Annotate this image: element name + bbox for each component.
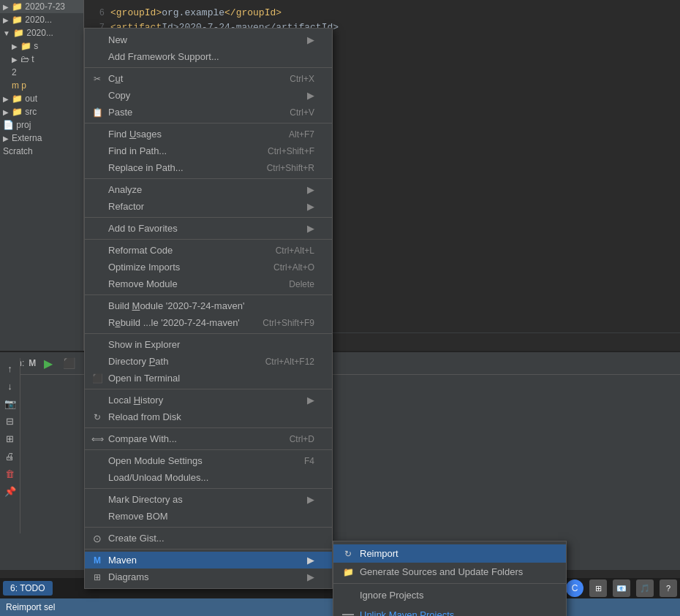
menu-item-label: Refactor (108, 201, 144, 212)
submenu-arrow: ▶ (307, 184, 314, 195)
menu-item-label: Diagrams (108, 571, 149, 582)
sidebar-item-mp[interactable]: m p (0, 79, 83, 92)
menu-item-label: Show in Explorer (108, 339, 180, 350)
taskbar-icon-4[interactable]: 🎵 (636, 579, 654, 597)
menu-item-find-usages[interactable]: Find Usages Alt+F7 (85, 126, 332, 142)
shortcut-label: F4 (304, 456, 314, 466)
delete-icon[interactable]: 🗑 (3, 466, 18, 481)
menu-item-refactor[interactable]: Refactor ▶ (85, 198, 332, 215)
sidebar-label: 📁 2020... (13, 28, 53, 38)
shortcut-label: Ctrl+D (290, 434, 314, 444)
sidebar-item-s[interactable]: ▶ 📁 s (0, 39, 83, 53)
table-icon[interactable]: ⊟ (3, 414, 18, 428)
menu-item-add-framework[interactable]: Add Framework Support... (85, 48, 332, 65)
shortcut-label: Ctrl+Shift+R (267, 163, 314, 173)
menu-item-directory-path[interactable]: Directory Path Ctrl+Alt+F12 (85, 353, 332, 370)
sidebar-item-2020-7-23[interactable]: ▶ 📁 2020-7-23 (0, 0, 83, 13)
menu-item-diagrams[interactable]: ⊞ Diagrams ▶ (85, 569, 332, 585)
menu-item-label: Reload from Disk (108, 411, 181, 422)
menu-item-compare[interactable]: ⟺ Compare With... Ctrl+D (85, 430, 332, 447)
menu-item-remove-module[interactable]: Remove Module Delete (85, 275, 332, 292)
menu-item-label: Remove BOM (108, 511, 168, 522)
reimport-icon: ↻ (342, 549, 354, 559)
run-stop-button[interactable]: ⬛ (61, 355, 77, 371)
menu-item-label: Find Usages (108, 129, 162, 140)
separator (85, 427, 332, 428)
menu-item-label: Copy (108, 90, 130, 101)
sidebar-item-externa[interactable]: ▶ Externa (0, 132, 83, 145)
line-number: 6 (90, 6, 105, 20)
camera-icon[interactable]: 📷 (3, 396, 18, 411)
folder-icon: ▶ (3, 134, 9, 142)
menu-item-optimize[interactable]: Optimize Imports Ctrl+Alt+O (85, 259, 332, 275)
menu-item-label: Remove Module (108, 278, 178, 289)
pin-icon[interactable]: 📌 (3, 484, 18, 498)
submenu-arrow: ▶ (307, 555, 314, 566)
menu-item-module-settings[interactable]: Open Module Settings F4 (85, 452, 332, 469)
run-tab-label: M (29, 358, 36, 368)
menu-item-rebuild[interactable]: Rebuild ...le '2020-7-24-maven' Ctrl+Shi… (85, 314, 332, 331)
menu-item-mark-dir[interactable]: Mark Directory as ▶ (85, 491, 332, 508)
separator (333, 583, 566, 584)
submenu-arrow: ▶ (307, 571, 314, 582)
shortcut-label: Ctrl+Alt+L (276, 246, 314, 256)
taskbar-icon-3[interactable]: 📧 (613, 579, 630, 597)
menu-item-label: Mark Directory as (108, 494, 183, 505)
import-icon[interactable]: ⊞ (3, 431, 18, 446)
sidebar-label: m p (12, 80, 26, 91)
menu-item-remove-bom[interactable]: Remove BOM (85, 508, 332, 525)
sidebar-item-out[interactable]: ▶ 📁 out (0, 92, 83, 105)
menu-item-load-unload[interactable]: Load/Unload Modules... (85, 469, 332, 486)
submenu-item-unlink[interactable]: — Unlink Maven Projects (333, 604, 566, 616)
run-play-button[interactable]: ▶ (40, 355, 56, 371)
menu-item-reformat[interactable]: Reformat Code Ctrl+Alt+L (85, 242, 332, 259)
generate-icon: 📁 (342, 567, 354, 577)
scroll-up-icon[interactable]: ↑ (3, 361, 18, 376)
menu-item-show-explorer[interactable]: Show in Explorer (85, 336, 332, 353)
menu-item-replace-path[interactable]: Replace in Path... Ctrl+Shift+R (85, 159, 332, 176)
submenu-arrow: ▶ (307, 201, 314, 212)
menu-item-maven[interactable]: M Maven ▶ (85, 552, 332, 569)
menu-item-terminal[interactable]: ⬛ Open in Terminal (85, 370, 332, 387)
menu-item-label: Replace in Path... (108, 162, 184, 173)
code-line-6: 6 <groupId>org.example</groupId> (90, 6, 674, 20)
sidebar-item-2020-1[interactable]: ▶ 📁 2020... (0, 13, 83, 26)
menu-item-paste[interactable]: 📋 Paste Ctrl+V (85, 104, 332, 121)
sidebar-item-2020-2[interactable]: ▼ 📁 2020... (0, 26, 83, 39)
print-icon[interactable]: 🖨 (3, 449, 18, 463)
menu-item-create-gist[interactable]: ⊙ Create Gist... (85, 530, 332, 547)
taskbar-todo-button[interactable]: 6: TODO (3, 581, 53, 596)
menu-item-copy[interactable]: Copy ▶ (85, 87, 332, 104)
menu-item-local-history[interactable]: Local History ▶ (85, 392, 332, 408)
menu-item-analyze[interactable]: Analyze ▶ (85, 181, 332, 198)
shortcut-label: Delete (289, 279, 314, 289)
context-menu: New ▶ Add Framework Support... ✂ Cut Ctr… (84, 28, 333, 589)
menu-item-favorites[interactable]: Add to Favorites ▶ (85, 220, 332, 237)
menu-item-cut[interactable]: ✂ Cut Ctrl+X (85, 70, 332, 87)
submenu-item-label: Unlink Maven Projects (360, 609, 454, 617)
sidebar-label: 📁 2020... (12, 15, 52, 25)
sidebar-item-src[interactable]: ▶ 📁 src (0, 105, 83, 118)
submenu-arrow: ▶ (307, 223, 314, 234)
sidebar-item-t[interactable]: ▶ 🗁 t (0, 53, 83, 66)
submenu-item-ignore[interactable]: Ignore Projects (333, 586, 566, 604)
menu-item-label: Directory Path (108, 356, 168, 367)
folder-icon: ▼ (3, 29, 10, 37)
sidebar-item-scratch[interactable]: Scratch (0, 145, 83, 158)
scroll-down-icon[interactable]: ↓ (3, 379, 18, 393)
separator (85, 67, 332, 68)
sidebar-item-proj[interactable]: 📄 proj (0, 118, 83, 132)
menu-item-reload[interactable]: ↻ Reload from Disk (85, 408, 332, 425)
submenu-item-generate[interactable]: 📁 Generate Sources and Update Folders (333, 563, 566, 581)
menu-item-find-path[interactable]: Find in Path... Ctrl+Shift+F (85, 142, 332, 159)
taskbar-icon-2[interactable]: ⊞ (589, 579, 607, 597)
taskbar-icon-5[interactable]: ? (660, 579, 677, 597)
sidebar-label: 📁 src (12, 107, 37, 117)
submenu-item-reimport[interactable]: ↻ Reimport (333, 544, 566, 563)
submenu-item-label: Ignore Projects (360, 590, 423, 601)
menu-item-new[interactable]: New ▶ (85, 31, 332, 48)
separator (85, 449, 332, 450)
chrome-icon[interactable]: C (566, 579, 583, 597)
sidebar-item-2[interactable]: 2 (0, 66, 83, 79)
menu-item-build[interactable]: Build Module '2020-7-24-maven' (85, 297, 332, 314)
